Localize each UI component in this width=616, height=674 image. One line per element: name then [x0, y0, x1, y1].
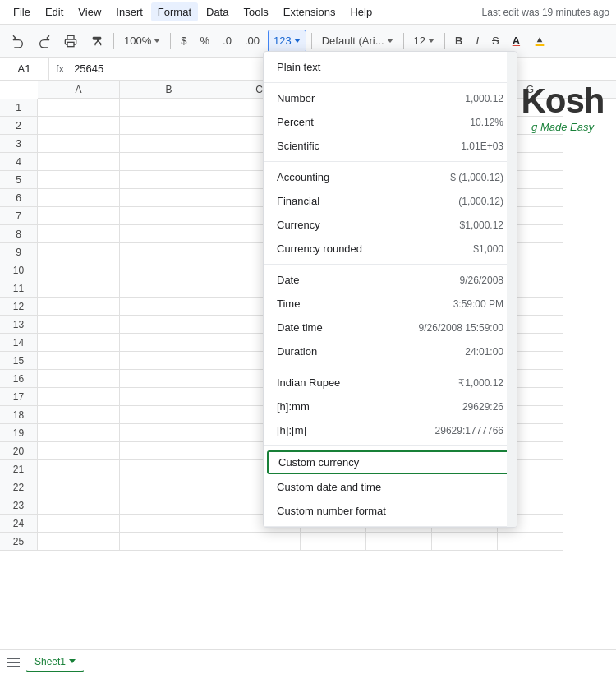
- cell-24-1[interactable]: [38, 515, 120, 533]
- cell-18-1[interactable]: [38, 406, 120, 424]
- cell-7-1[interactable]: [38, 207, 120, 225]
- cell-8-1[interactable]: [38, 225, 120, 243]
- cell-14-1[interactable]: [38, 334, 120, 352]
- cell-20-2[interactable]: [120, 442, 218, 460]
- format-custom-number[interactable]: Custom number format: [264, 499, 517, 523]
- cell-21-1[interactable]: [38, 460, 120, 478]
- format-date[interactable]: Date 9/26/2008: [264, 268, 517, 292]
- cell-25-5[interactable]: [366, 533, 432, 551]
- cell-16-1[interactable]: [38, 370, 120, 388]
- menu-view[interactable]: View: [71, 2, 108, 21]
- percent-button[interactable]: %: [195, 30, 214, 53]
- row-num-4[interactable]: 4: [0, 153, 37, 171]
- zoom-dropdown[interactable]: 100%: [119, 30, 165, 53]
- format-currency[interactable]: Currency $1,000.12: [264, 213, 517, 237]
- format-hm[interactable]: [h]:[m] 29629:1777766: [264, 418, 517, 442]
- cell-5-2[interactable]: [120, 171, 218, 189]
- cell-18-2[interactable]: [120, 406, 218, 424]
- format-currency-rounded[interactable]: Currency rounded $1,000: [264, 237, 517, 261]
- row-num-13[interactable]: 13: [0, 316, 37, 334]
- cell-14-2[interactable]: [120, 334, 218, 352]
- cell-reference[interactable]: A1: [0, 58, 49, 80]
- cell-8-2[interactable]: [120, 225, 218, 243]
- col-header-b[interactable]: B: [120, 81, 218, 98]
- cell-25-3[interactable]: [218, 533, 301, 551]
- format-custom-currency[interactable]: Custom currency: [267, 450, 513, 474]
- cell-12-1[interactable]: [38, 298, 120, 316]
- cell-23-1[interactable]: [38, 496, 120, 515]
- col-header-a[interactable]: A: [38, 81, 120, 98]
- cell-25-6[interactable]: [432, 533, 498, 551]
- cell-3-1[interactable]: [38, 135, 120, 153]
- format-percent[interactable]: Percent 10.12%: [264, 110, 517, 134]
- cell-17-2[interactable]: [120, 388, 218, 406]
- cell-2-1[interactable]: [38, 117, 120, 135]
- format-duration[interactable]: Duration 24:01:00: [264, 339, 517, 363]
- row-num-6[interactable]: 6: [0, 189, 37, 207]
- cell-21-2[interactable]: [120, 460, 218, 478]
- row-num-3[interactable]: 3: [0, 135, 37, 153]
- bold-button[interactable]: B: [450, 30, 467, 53]
- cell-11-2[interactable]: [120, 279, 218, 298]
- row-num-11[interactable]: 11: [0, 279, 37, 298]
- formula-value[interactable]: 25645: [71, 62, 107, 75]
- cell-1-2[interactable]: [120, 99, 218, 117]
- menu-tools[interactable]: Tools: [237, 2, 274, 21]
- cell-10-1[interactable]: [38, 261, 120, 279]
- redo-button[interactable]: [33, 30, 56, 53]
- row-num-20[interactable]: 20: [0, 442, 37, 460]
- decimal-increase-button[interactable]: .00: [240, 30, 264, 53]
- cell-7-2[interactable]: [120, 207, 218, 225]
- strikethrough-button[interactable]: S: [487, 30, 504, 53]
- print-button[interactable]: [59, 30, 82, 53]
- menu-extensions[interactable]: Extensions: [277, 2, 342, 21]
- cell-15-2[interactable]: [120, 352, 218, 370]
- cell-15-1[interactable]: [38, 352, 120, 370]
- paint-format-button[interactable]: [85, 30, 108, 53]
- cell-22-2[interactable]: [120, 478, 218, 496]
- format-number[interactable]: Number 1,000.12: [264, 86, 517, 110]
- currency-button[interactable]: $: [176, 30, 191, 53]
- cell-20-1[interactable]: [38, 442, 120, 460]
- row-num-8[interactable]: 8: [0, 225, 37, 243]
- format-time[interactable]: Time 3:59:00 PM: [264, 292, 517, 316]
- cell-4-1[interactable]: [38, 153, 120, 171]
- row-num-19[interactable]: 19: [0, 424, 37, 442]
- cell-19-1[interactable]: [38, 424, 120, 442]
- cell-13-2[interactable]: [120, 316, 218, 334]
- format-dropdown[interactable]: 123: [268, 30, 306, 53]
- menu-data[interactable]: Data: [200, 2, 235, 21]
- cell-12-2[interactable]: [120, 298, 218, 316]
- format-scientific[interactable]: Scientific 1.01E+03: [264, 134, 517, 158]
- dropdown-scrollbar[interactable]: [507, 52, 517, 527]
- cell-5-1[interactable]: [38, 171, 120, 189]
- row-num-1[interactable]: 1: [0, 99, 37, 117]
- cell-10-2[interactable]: [120, 261, 218, 279]
- row-num-18[interactable]: 18: [0, 406, 37, 424]
- format-hmm[interactable]: [h]:mm 29629:26: [264, 395, 517, 418]
- cell-16-2[interactable]: [120, 370, 218, 388]
- row-num-10[interactable]: 10: [0, 261, 37, 279]
- format-indian-rupee[interactable]: Indian Rupee ₹1,000.12: [264, 371, 517, 395]
- row-num-24[interactable]: 24: [0, 515, 37, 533]
- cell-9-1[interactable]: [38, 243, 120, 261]
- cell-19-2[interactable]: [120, 424, 218, 442]
- row-num-16[interactable]: 16: [0, 370, 37, 388]
- row-num-7[interactable]: 7: [0, 207, 37, 225]
- text-color-button[interactable]: A: [508, 30, 525, 53]
- undo-button[interactable]: [7, 30, 30, 53]
- row-num-15[interactable]: 15: [0, 352, 37, 370]
- cell-25-2[interactable]: [120, 533, 218, 551]
- cell-25-1[interactable]: [38, 533, 120, 551]
- cell-17-1[interactable]: [38, 388, 120, 406]
- cell-11-1[interactable]: [38, 279, 120, 298]
- menu-help[interactable]: Help: [343, 2, 379, 21]
- decimal-decrease-button[interactable]: .0: [218, 30, 237, 53]
- row-num-17[interactable]: 17: [0, 388, 37, 406]
- menu-edit[interactable]: Edit: [39, 2, 70, 21]
- format-plain-text[interactable]: Plain text: [264, 55, 517, 79]
- format-datetime[interactable]: Date time 9/26/2008 15:59:00: [264, 316, 517, 339]
- sheets-menu-icon[interactable]: [7, 658, 20, 667]
- row-num-25[interactable]: 25: [0, 533, 37, 551]
- font-size-dropdown[interactable]: 12: [409, 30, 439, 53]
